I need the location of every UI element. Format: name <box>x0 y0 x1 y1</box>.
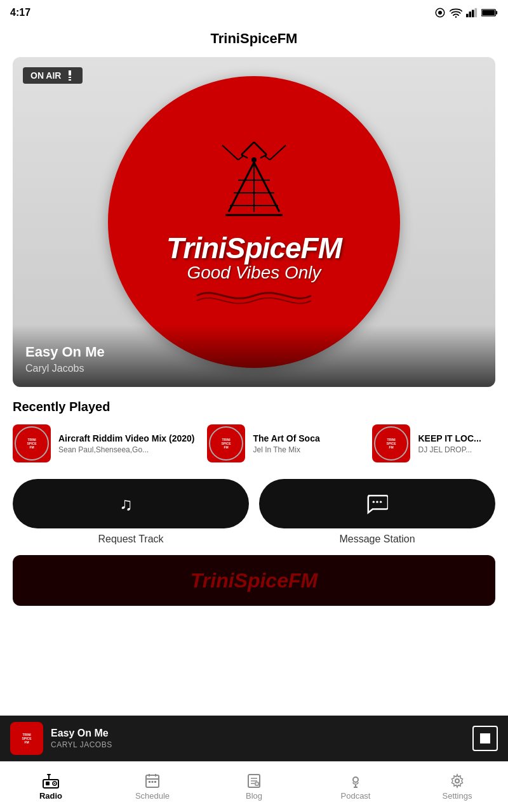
recently-played-section: Recently Played TRINI SPICE FM Aircraf <box>0 387 508 469</box>
svg-rect-53 <box>48 775 50 780</box>
promo-text: TriniSpiceFM <box>190 569 318 593</box>
nav-item-radio[interactable]: Radio <box>0 762 102 812</box>
recent-info-2: The Art Of Soca Jel In The Mix <box>253 433 359 454</box>
blog-icon <box>246 773 262 789</box>
chat-icon <box>366 493 388 514</box>
wifi-icon <box>450 8 462 18</box>
svg-point-21 <box>251 157 257 162</box>
request-track-button[interactable]: ♫ <box>13 479 249 528</box>
svg-line-20 <box>265 156 270 160</box>
svg-line-18 <box>238 156 243 160</box>
svg-point-71 <box>455 779 459 783</box>
nav-radio-label: Radio <box>39 791 62 801</box>
svg-rect-11 <box>69 77 71 78</box>
mini-player-title: Easy On Me <box>51 728 465 739</box>
svg-rect-54 <box>47 774 51 775</box>
promo-section: TriniSpiceFM <box>13 555 495 606</box>
music-notes-icon: ♫ <box>119 494 142 514</box>
svg-rect-61 <box>154 781 156 783</box>
nav-item-blog[interactable]: Blog <box>203 762 305 812</box>
on-air-badge: ON AIR <box>23 67 83 84</box>
message-station-label: Message Station <box>259 534 495 545</box>
recent-thumb-2: TRINI SPICE FM <box>207 424 245 462</box>
mini-player-logo: TRINI SPICE FM <box>14 726 39 751</box>
page-header: TriniSpiceFM <box>0 25 508 57</box>
track-title: Easy On Me <box>25 344 483 360</box>
svg-line-23 <box>254 162 279 212</box>
svg-point-0 <box>438 11 442 15</box>
recent-info-1: Aircraft Riddim Video Mix (2020) Sean Pa… <box>58 433 194 454</box>
settings-icon <box>450 773 465 789</box>
recent-artist-2: Jel In The Mix <box>253 445 359 454</box>
track-artist: Caryl Jacobs <box>25 363 483 374</box>
status-time: 4:17 <box>10 7 30 18</box>
svg-rect-12 <box>69 79 71 81</box>
mini-player-stop-button[interactable] <box>472 726 498 751</box>
message-station-wrapper: Message Station <box>259 479 495 545</box>
svg-rect-50 <box>46 782 50 785</box>
svg-text:♫: ♫ <box>119 494 133 514</box>
mini-player-thumbnail: TRINI SPICE FM <box>10 722 43 755</box>
bottom-nav: Radio Schedule Blog P <box>0 761 508 812</box>
svg-rect-3 <box>466 14 469 17</box>
mini-player: TRINI SPICE FM Easy On Me CARYL JACOBS <box>0 716 508 761</box>
thumb-logo-1: TRINI SPICE FM <box>19 431 44 456</box>
recent-track-1: Aircraft Riddim Video Mix (2020) <box>58 433 194 444</box>
action-buttons: ♫ Request Track Message Station <box>0 469 508 555</box>
podcast-icon <box>348 773 363 789</box>
recent-artist-1: Sean Paul,Shenseea,Go... <box>58 445 194 454</box>
mini-player-artist: CARYL JACOBS <box>51 740 465 749</box>
svg-line-22 <box>229 162 254 212</box>
recently-played-list: TRINI SPICE FM Aircraft Riddim Video Mix… <box>13 424 495 462</box>
recent-thumb-1: TRINI SPICE FM <box>13 424 51 462</box>
recent-track-2: The Art Of Soca <box>253 433 359 444</box>
request-track-wrapper: ♫ Request Track <box>13 479 249 545</box>
svg-point-43 <box>376 501 378 502</box>
on-air-label: ON AIR <box>30 70 61 81</box>
recent-thumb-3: TRINI SPICE FM <box>372 424 410 462</box>
stop-icon <box>480 733 490 743</box>
nav-podcast-label: Podcast <box>341 791 371 801</box>
radio-icon <box>42 773 60 789</box>
list-item[interactable]: TRINI SPICE FM The Art Of Soca Jel In Th… <box>207 424 359 462</box>
svg-point-2 <box>455 16 457 18</box>
station-name-display: TriniSpiceFM <box>166 231 342 265</box>
svg-line-13 <box>241 142 254 155</box>
calendar-icon <box>145 773 160 789</box>
thumb-logo-2: TRINI SPICE FM <box>213 431 239 456</box>
recent-track-3: KEEP IT LOC... <box>418 433 495 444</box>
svg-rect-60 <box>152 781 154 783</box>
nav-blog-label: Blog <box>246 791 262 801</box>
svg-rect-59 <box>149 781 150 783</box>
svg-rect-9 <box>482 10 495 15</box>
svg-rect-10 <box>69 70 71 75</box>
svg-rect-5 <box>472 10 474 18</box>
wave-decoration <box>190 283 318 308</box>
list-item[interactable]: TRINI SPICE FM KEEP IT LOC... DJ JEL DRO… <box>372 424 495 462</box>
status-icons <box>434 7 498 18</box>
svg-line-15 <box>254 142 267 155</box>
list-item[interactable]: TRINI SPICE FM Aircraft Riddim Video Mix… <box>13 424 194 462</box>
station-logo: TriniSpiceFM Good Vibes Only <box>108 76 400 368</box>
recent-info-3: KEEP IT LOC... DJ JEL DROP... <box>418 433 495 454</box>
nav-settings-label: Settings <box>443 791 472 801</box>
nav-item-podcast[interactable]: Podcast <box>305 762 406 812</box>
request-track-label: Request Track <box>13 534 249 545</box>
svg-rect-8 <box>496 11 498 14</box>
svg-line-17 <box>222 145 238 160</box>
mini-player-info: Easy On Me CARYL JACOBS <box>51 728 465 749</box>
svg-line-19 <box>270 145 286 160</box>
recently-played-title: Recently Played <box>13 400 495 414</box>
thumb-logo-3: TRINI SPICE FM <box>378 431 404 456</box>
svg-rect-6 <box>475 8 478 17</box>
signal-icon <box>466 8 478 18</box>
nav-item-settings[interactable]: Settings <box>406 762 508 812</box>
svg-point-44 <box>380 501 382 502</box>
message-station-button[interactable] <box>259 479 495 528</box>
svg-point-42 <box>373 501 375 502</box>
recent-artist-3: DJ JEL DROP... <box>418 445 495 454</box>
svg-text:FM: FM <box>29 445 34 449</box>
status-bar: 4:17 <box>0 0 508 25</box>
nav-item-schedule[interactable]: Schedule <box>102 762 203 812</box>
svg-point-68 <box>353 777 358 782</box>
